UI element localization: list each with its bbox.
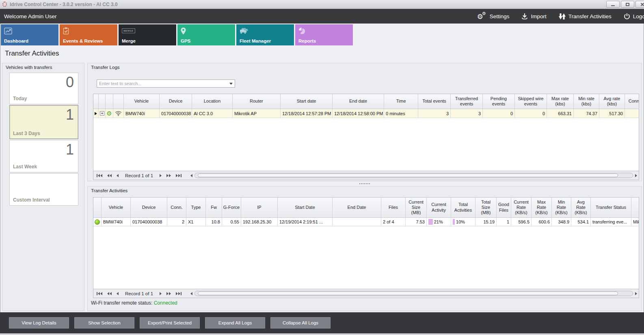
column-header-current-rate-kb-s[interactable]: Current Rate (KB/s) xyxy=(511,198,532,218)
prev-record-button[interactable] xyxy=(115,173,120,178)
card-custom-interval[interactable]: Custom Interval xyxy=(9,173,78,206)
column-header-vehicle[interactable]: Vehicle xyxy=(124,94,160,109)
column-header-type[interactable]: Type xyxy=(186,198,206,218)
transfer-logs-panel: Transfer Logs VehicleDeviceLocationRoute… xyxy=(87,63,642,181)
scroll-right-button[interactable] xyxy=(635,292,637,295)
column-header-total-size-mb[interactable]: Total Size (MB) xyxy=(475,198,497,218)
card-today[interactable]: 0Today xyxy=(9,73,78,104)
panel-splitter[interactable] xyxy=(87,181,642,186)
app-window: { "window": { "title": "Idrive Control C… xyxy=(0,0,644,335)
scrollbar-thumb[interactable] xyxy=(198,174,618,177)
tile-reports-label: Reports xyxy=(298,39,316,43)
next-record-button[interactable] xyxy=(158,291,163,296)
tile-events-reviews[interactable]: Events & Reviews xyxy=(60,24,117,45)
scrollbar-track[interactable] xyxy=(194,291,633,296)
column-header-expand xyxy=(99,94,106,109)
column-header-fw[interactable]: Fw xyxy=(206,198,222,218)
grid-empty-area xyxy=(93,118,639,171)
first-record-button[interactable] xyxy=(95,291,104,296)
column-header-max-rate-kbs[interactable]: Max rate (kbs) xyxy=(547,94,574,109)
maximize-button[interactable] xyxy=(621,1,634,8)
column-header-current-size-mb[interactable]: Current Size (MB) xyxy=(406,198,427,218)
table-row[interactable]: ⚙BMW740i017040000038Al CC 3.0Mikrotik AP… xyxy=(93,109,639,118)
prev-page-button[interactable] xyxy=(106,173,113,178)
row-expand-cell[interactable] xyxy=(99,109,106,118)
last-record-button[interactable] xyxy=(174,173,183,178)
column-header-avg-rate-kbs[interactable]: Avg rate (kbs) xyxy=(599,94,625,109)
tile-fleet-manager[interactable]: Fleet Manager xyxy=(236,24,294,45)
action-logout[interactable]: Logout xyxy=(624,13,644,19)
export-print-selected-button[interactable]: Export/Print Selected xyxy=(140,317,200,329)
progress-fill xyxy=(453,219,455,225)
action-import[interactable]: Import xyxy=(521,13,546,19)
first-record-button[interactable] xyxy=(95,173,104,178)
cell-conn: 1 xyxy=(625,109,639,118)
column-header-start-date[interactable]: Start date xyxy=(281,94,333,109)
show-selection-button[interactable]: Show Selection xyxy=(74,317,134,329)
card-last-week[interactable]: 1Last Week xyxy=(9,140,78,172)
column-header-pending-events[interactable]: Pending events xyxy=(483,94,515,109)
column-header-router[interactable]: Router xyxy=(233,94,281,109)
maximize-icon xyxy=(626,3,629,6)
map-pin-icon xyxy=(181,27,186,35)
card-last-3-days[interactable]: 1Last 3 Days xyxy=(9,105,78,139)
row-arrow-icon-shape xyxy=(95,112,97,115)
cell-total-events: 3 xyxy=(418,109,451,118)
action-settings[interactable]: ⚙⚙Settings xyxy=(477,12,510,21)
search-dropdown-button[interactable] xyxy=(227,80,235,87)
column-header-max-rate-kb-s[interactable]: Max Rate (KB/s) xyxy=(532,198,552,218)
minimize-button[interactable] xyxy=(606,1,620,8)
column-header-avg-rate-kb-s[interactable]: Avg Rate (KB/s) xyxy=(571,198,591,218)
next-page-button[interactable] xyxy=(165,291,173,296)
column-header-current-activity[interactable]: Current Activity xyxy=(427,198,451,218)
column-header-device[interactable]: Device xyxy=(160,94,192,109)
column-header-vehicle[interactable]: Vehicle xyxy=(102,198,131,218)
column-header-router[interactable]: Router xyxy=(631,198,639,218)
search-input[interactable] xyxy=(97,80,227,87)
column-header-device[interactable]: Device xyxy=(131,198,167,218)
scroll-right-button[interactable] xyxy=(635,174,637,177)
column-header-min-rate-kbs[interactable]: Min rate (kbs) xyxy=(574,94,599,109)
column-header-files[interactable]: Files xyxy=(381,198,406,218)
scrollbar-track[interactable] xyxy=(194,173,633,178)
expand-all-logs-button[interactable]: Expand All Logs xyxy=(205,317,265,329)
column-header-g-force[interactable]: G-Force xyxy=(222,198,241,218)
view-log-details-button[interactable]: View Log Details xyxy=(9,317,69,329)
last-record-button[interactable] xyxy=(174,291,183,296)
column-header-conn[interactable]: Conn. xyxy=(167,198,186,218)
column-header-min-rate-kb-s[interactable]: Min Rate (KB/s) xyxy=(552,198,571,218)
table-row[interactable]: BMW740i0170400000382X110.80.55192.168.25… xyxy=(93,218,639,226)
next-page-button[interactable] xyxy=(165,173,173,178)
column-header-time[interactable]: Time xyxy=(384,94,418,109)
scrollbar-thumb[interactable] xyxy=(198,292,618,295)
tile-merge[interactable]: MERGEMerge xyxy=(119,24,176,45)
prev-page-button[interactable] xyxy=(106,291,113,296)
column-header-location[interactable]: Location xyxy=(192,94,233,109)
row-arrow-icon xyxy=(95,112,97,115)
column-header-start-date[interactable]: Start Date xyxy=(278,198,333,218)
column-header-ip[interactable]: IP xyxy=(241,198,278,218)
prev-record-button[interactable] xyxy=(115,291,120,296)
column-header-end-date[interactable]: End Date xyxy=(333,198,381,218)
column-header-good-files[interactable]: Good Files xyxy=(497,198,511,218)
column-header-transferred-events[interactable]: Transferred events xyxy=(451,94,483,109)
column-header-end-date[interactable]: End date xyxy=(333,94,384,109)
column-header-transfer-status[interactable]: Transfer Status xyxy=(591,198,631,218)
collapse-all-logs-button[interactable]: Collapse All Logs xyxy=(270,317,331,329)
cell-skipped-wire-events: 0 xyxy=(515,109,547,118)
action-transfer-activities[interactable]: Transfer Activities xyxy=(559,13,612,19)
column-header-skipped-wire-events[interactable]: Skipped wire events xyxy=(515,94,547,109)
cell-fw: 10.8 xyxy=(206,218,222,226)
row-status-circle-cell xyxy=(93,218,102,226)
next-record-button[interactable] xyxy=(158,173,163,178)
close-button[interactable] xyxy=(635,1,644,8)
tile-gps[interactable]: GPS xyxy=(177,24,235,45)
column-header-total-events[interactable]: Total events xyxy=(418,94,451,109)
column-header-conn[interactable]: Conn. xyxy=(625,94,639,109)
tile-reports[interactable]: Reports xyxy=(295,24,353,45)
column-header-total-activities[interactable]: Total Activities xyxy=(451,198,475,218)
tile-dashboard[interactable]: Dashboard xyxy=(1,24,58,45)
scroll-left-button[interactable] xyxy=(190,174,192,177)
merge-badge-text: MERGE xyxy=(122,28,135,33)
scroll-left-button[interactable] xyxy=(190,292,192,295)
